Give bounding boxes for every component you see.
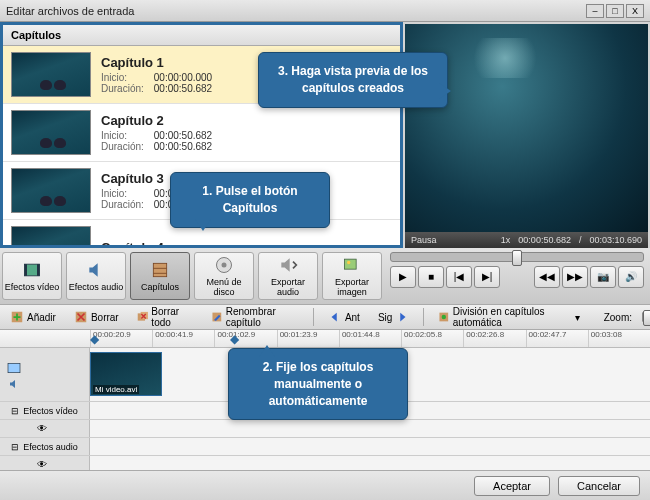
expand-icon[interactable]: ⊟ bbox=[11, 442, 19, 452]
playback-state: Pausa bbox=[411, 235, 437, 245]
delete-icon bbox=[74, 310, 88, 324]
svg-point-7 bbox=[222, 263, 227, 268]
prev-chapter-button[interactable]: Ant bbox=[324, 308, 364, 326]
main-toolbar: Efectos vídeo Efectos audio Capítulos Me… bbox=[0, 248, 650, 304]
tutorial-callout-1: 1. Pulse el botón Capítulos bbox=[170, 172, 330, 228]
chapters-header: Capítulos bbox=[3, 25, 400, 46]
tab-chapters[interactable]: Capítulos bbox=[130, 252, 190, 300]
add-icon bbox=[10, 310, 24, 324]
svg-rect-3 bbox=[153, 263, 166, 276]
ok-button[interactable]: Aceptar bbox=[474, 476, 550, 496]
chapter-toolbar: Añadir Borrar Borrar todo Renombrar capí… bbox=[0, 304, 650, 330]
chapter-thumbnail bbox=[11, 168, 91, 213]
tab-export-audio[interactable]: Exportar audio bbox=[258, 252, 318, 300]
stop-button[interactable]: ■ bbox=[418, 266, 444, 288]
video-fx-track: 👁 bbox=[0, 420, 650, 438]
tab-audio-effects[interactable]: Efectos audio bbox=[66, 252, 126, 300]
minimize-button[interactable]: – bbox=[586, 4, 604, 18]
playback-total: 00:03:10.690 bbox=[589, 235, 642, 245]
mute-button[interactable]: 🔊 bbox=[618, 266, 644, 288]
next-frame-button[interactable]: ▶| bbox=[474, 266, 500, 288]
close-button[interactable]: X bbox=[626, 4, 644, 18]
visibility-icon[interactable]: 👁 bbox=[37, 423, 53, 434]
speaker-icon bbox=[4, 378, 24, 390]
maximize-button[interactable]: □ bbox=[606, 4, 624, 18]
tutorial-callout-2: 2. Fije los capítulos manualmente o auto… bbox=[228, 348, 408, 420]
zoom-label: Zoom: bbox=[604, 312, 632, 323]
playback-position: 00:00:50.682 bbox=[518, 235, 571, 245]
delete-all-icon bbox=[137, 310, 149, 324]
film-icon bbox=[21, 260, 43, 280]
delete-all-button[interactable]: Borrar todo bbox=[133, 304, 197, 330]
rename-chapter-button[interactable]: Renombrar capítulo bbox=[207, 304, 303, 330]
chapter-name: Capítulo 1 bbox=[101, 55, 212, 70]
next-chapter-button[interactable]: Sig bbox=[374, 308, 413, 326]
speaker-icon bbox=[85, 260, 107, 280]
arrow-right-icon bbox=[395, 310, 409, 324]
play-button[interactable]: ▶ bbox=[390, 266, 416, 288]
svg-rect-1 bbox=[25, 264, 28, 276]
player-controls: ▶ ■ |◀ ▶| ◀◀ ▶▶ 📷 🔊 bbox=[384, 248, 650, 304]
svg-rect-8 bbox=[345, 259, 357, 269]
video-track-label bbox=[0, 348, 90, 401]
faster-button[interactable]: ▶▶ bbox=[562, 266, 588, 288]
zoom-slider[interactable] bbox=[642, 312, 644, 322]
cancel-button[interactable]: Cancelar bbox=[558, 476, 640, 496]
titlebar: Editar archivos de entrada – □ X bbox=[0, 0, 650, 22]
prev-frame-button[interactable]: |◀ bbox=[446, 266, 472, 288]
chapter-marker-icon[interactable]: ◆ bbox=[230, 332, 239, 346]
auto-split-icon bbox=[438, 310, 450, 324]
disc-icon bbox=[213, 255, 235, 275]
svg-point-9 bbox=[347, 261, 350, 264]
chevron-down-icon: ▾ bbox=[575, 312, 580, 323]
export-audio-icon bbox=[277, 255, 299, 275]
svg-rect-2 bbox=[37, 264, 40, 276]
add-chapter-button[interactable]: Añadir bbox=[6, 308, 60, 326]
slower-button[interactable]: ◀◀ bbox=[534, 266, 560, 288]
chapter-marker-icon[interactable]: ◆ bbox=[90, 332, 99, 346]
delete-chapter-button[interactable]: Borrar bbox=[70, 308, 123, 326]
chapter-row[interactable]: Capítulo 2 Inicio: 00:00:50.682 Duración… bbox=[3, 104, 400, 162]
playback-speed: 1x bbox=[501, 235, 511, 245]
tab-video-effects[interactable]: Efectos vídeo bbox=[2, 252, 62, 300]
chapter-thumbnail bbox=[11, 110, 91, 155]
chapter-name: Capítulo 2 bbox=[101, 113, 212, 128]
visibility-icon[interactable]: 👁 bbox=[37, 459, 53, 470]
time-ruler[interactable]: 00:00:20.900:00:41.900:01:02.900:01:23.9… bbox=[0, 330, 650, 348]
svg-point-16 bbox=[442, 315, 446, 319]
chapters-icon bbox=[149, 260, 171, 280]
svg-rect-17 bbox=[8, 363, 20, 372]
chapter-name: Capítulo 4 bbox=[101, 240, 164, 245]
export-image-icon bbox=[341, 255, 363, 275]
auto-split-button[interactable]: División en capítulos automática▾ bbox=[434, 304, 583, 330]
arrow-left-icon bbox=[328, 310, 342, 324]
dialog-footer: Aceptar Cancelar bbox=[0, 470, 650, 500]
chapter-thumbnail bbox=[11, 52, 91, 97]
preview-status-bar: Pausa 1x 00:00:50.682 / 00:03:10.690 bbox=[405, 232, 648, 248]
tutorial-callout-3: 3. Haga vista previa de los capítulos cr… bbox=[258, 52, 448, 108]
window-title: Editar archivos de entrada bbox=[6, 5, 584, 17]
rename-icon bbox=[211, 310, 223, 324]
expand-icon[interactable]: ⊟ bbox=[11, 406, 19, 416]
tab-export-image[interactable]: Exportar imagen bbox=[322, 252, 382, 300]
film-icon bbox=[4, 360, 24, 376]
seek-slider[interactable] bbox=[390, 252, 644, 262]
tab-disc-menu[interactable]: Menú de disco bbox=[194, 252, 254, 300]
chapter-thumbnail bbox=[11, 226, 91, 245]
snapshot-button[interactable]: 📷 bbox=[590, 266, 616, 288]
audio-fx-track-header: ⊟Efectos audio bbox=[0, 438, 650, 456]
video-clip[interactable]: Mi video.avi bbox=[90, 352, 162, 396]
